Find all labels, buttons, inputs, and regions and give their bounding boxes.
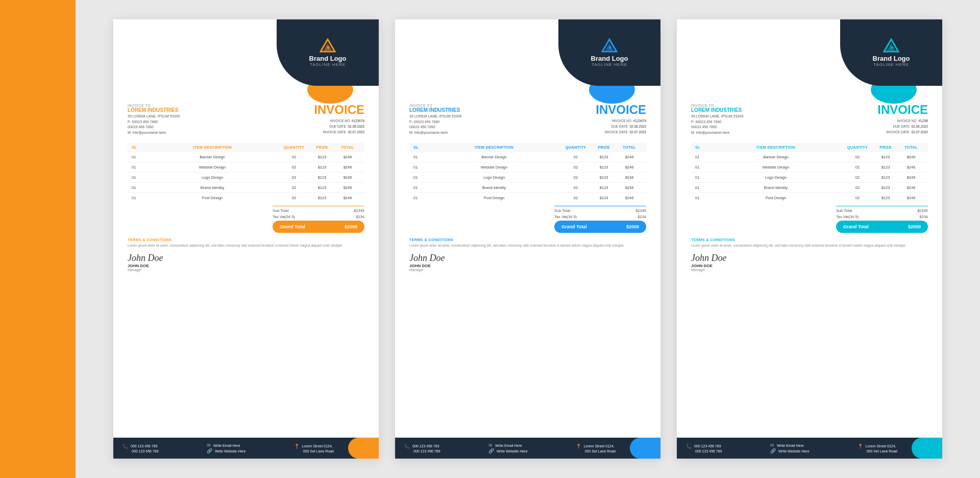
table-cell-1-3: $123 — [873, 165, 898, 170]
location-icon: 📍 — [576, 444, 581, 449]
totals-section: Sub Total$2345 Tax Vat(34.5)$234 Grand T… — [691, 206, 928, 233]
card-footer: 📞 000 123 456 789 000 123 456 789 ✉ Writ… — [113, 438, 379, 459]
footer-website-line: 🔗 Write Website Here — [770, 448, 809, 453]
grand-total-button[interactable]: Grand Total $2000 — [273, 221, 364, 233]
table-cell-1-1: Website Design — [709, 165, 842, 170]
grand-total-button[interactable]: Grand Total $2000 — [836, 221, 928, 233]
table-row: 01Website Design02$123$246 — [691, 162, 928, 173]
brand-logo-text: Brand Logo — [873, 55, 910, 63]
footer-address-1: 📍 Lorem Street 0124, — [576, 444, 616, 449]
table-cell-3-1: Brand Identity — [146, 185, 279, 190]
invoice-card-blue: ▼ Brand LogoTAGLINE HERE INVOICE TO LORE… — [395, 19, 660, 459]
table-row: 01Post Design02$123$246 — [691, 193, 928, 203]
table-cell-2-1: Logo Design — [146, 175, 279, 180]
phone-icon: 📞 — [404, 444, 410, 449]
invoice-meta: INVOICE NO #123678 DUE DATE 02.08.2023 I… — [314, 118, 364, 135]
table-cell-2-3: $123 — [873, 175, 898, 180]
footer-phone: 📞 000 123 456 789 000 123 456 789 — [404, 444, 440, 453]
phone-icon: 📞 — [122, 444, 128, 449]
signature-section: John Doe JOHN DOE Manager — [409, 253, 646, 272]
table-cell-2-4: $246 — [617, 175, 642, 180]
table-row: 01Banner Design02$123$246 — [691, 152, 928, 162]
table-cell-4-3: $123 — [591, 196, 617, 200]
table-row: 01Brand Identity02$123$246 — [409, 183, 646, 193]
table-cell-3-3: $123 — [309, 185, 335, 190]
brand-logo-icon: ▼ — [320, 38, 336, 53]
card-header: ▼ Brand LogoTAGLINE HERE — [395, 19, 660, 99]
phone-number-2: 000 123 456 789 — [132, 449, 159, 453]
table-row: 01Banner Design02$123$246 — [128, 152, 364, 162]
table-header-cell-1: ITEM DESCRIPTION — [428, 145, 560, 150]
grand-total-button[interactable]: Grand Total $2000 — [554, 221, 646, 233]
terms-label: TERMS & CONDITIONS — [409, 238, 646, 242]
table-header-cell-1: ITEM DESCRIPTION — [146, 145, 279, 150]
invoice-card-orange: ▼ Brand LogoTAGLINE HERE INVOICE TO LORE… — [113, 19, 379, 459]
table-row: 01Logo Design02$123$246 — [691, 173, 928, 183]
invoice-to-section: INVOICE TO LOREM INDUSTRIES 39 LOREM LAN… — [128, 104, 180, 135]
terms-text: Lorem ipsum dolor sit amet, consectetuer… — [409, 243, 646, 248]
table-row: 01Website Design02$123$246 — [128, 162, 364, 173]
table-header-cell-2: QUANTITY — [279, 145, 309, 150]
footer-address-text-2: 000 Set Lane Road — [303, 449, 334, 453]
table-cell-2-3: $123 — [591, 175, 617, 180]
footer-phone-1: 📞 000 123 456 789 — [122, 444, 159, 449]
invoice-title: INVOICE — [314, 104, 364, 116]
table-cell-3-0: 01 — [413, 185, 428, 190]
invoice-meta: INVOICE NO #123678 DUE DATE 02.08.2023 I… — [596, 118, 646, 135]
table-cell-3-3: $123 — [873, 185, 898, 190]
footer-address-2: 000 Set Lane Road — [576, 449, 616, 453]
table-cell-4-0: 01 — [132, 196, 146, 200]
table-cell-4-0: 01 — [695, 196, 709, 200]
brand-tagline: TAGLINE HERE — [873, 62, 909, 67]
grand-total-label: Grand Total — [561, 224, 587, 229]
terms-section: TERMS & CONDITIONS Lorem ipsum dolor sit… — [691, 238, 928, 248]
table-cell-1-2: 02 — [279, 165, 309, 170]
table-row: 01Post Design02$123$246 — [128, 193, 364, 203]
table-cell-3-2: 02 — [842, 185, 873, 190]
totals-divider — [273, 206, 364, 206]
grand-total-value: $2000 — [908, 224, 921, 229]
table-cell-2-4: $246 — [898, 175, 924, 180]
table-cell-4-2: 02 — [842, 196, 873, 200]
footer-phone-1: 📞 000 123 456 789 — [686, 444, 722, 449]
table-header: SLITEM DESCRIPTIONQUANTITYPRIZETOTAL — [691, 142, 928, 152]
brand-tagline: TAGLINE HERE — [310, 62, 346, 67]
footer-email-label: Write Email Here — [777, 444, 804, 447]
signature-cursive: John Doe — [409, 253, 646, 262]
totals-inner: Sub Total$2345 Tax Vat(34.5)$234 Grand T… — [554, 206, 646, 233]
totals-inner: Sub Total$2345 Tax Vat(34.5)$234 Grand T… — [273, 206, 364, 233]
brand-logo-text: Brand Logo — [309, 55, 347, 63]
table-cell-1-0: 01 — [413, 165, 428, 170]
table-cell-2-3: $123 — [309, 175, 335, 180]
table-cell-2-2: 02 — [842, 175, 873, 180]
table-cell-2-1: Logo Design — [428, 175, 560, 180]
invoice-card-teal: ▼ Brand LogoTAGLINE HERE INVOICE TO LORE… — [677, 19, 942, 459]
footer-address-1: 📍 Lorem Street 0124, — [294, 444, 334, 449]
signature-section: John Doe JOHN DOE Manager — [128, 253, 364, 272]
invoice-to-section: INVOICE TO LOREM INDUSTRIES 39 LOREM LAN… — [409, 104, 461, 135]
invoice-meta: INVOICE NO #123B DUE DATE 02.08.2023 INV… — [877, 118, 928, 135]
website-icon: 🔗 — [488, 448, 494, 453]
footer-address-2: 000 Set Lane Road — [294, 449, 334, 453]
invoice-to-label: INVOICE TO — [128, 104, 180, 107]
table-cell-1-3: $123 — [591, 165, 617, 170]
footer-address-1: 📍 Lorem Street 0124, — [857, 444, 897, 449]
table-cell-3-4: $246 — [898, 185, 924, 190]
card-header: ▼ Brand LogoTAGLINE HERE — [113, 19, 379, 99]
tax-line: Tax Vat(34.5)$234 — [836, 214, 928, 219]
table-header: SLITEM DESCRIPTIONQUANTITYPRIZETOTAL — [409, 142, 646, 152]
table-cell-3-3: $123 — [591, 185, 617, 190]
signature-name: JOHN DOE — [128, 264, 364, 268]
table-cell-0-1: Banner Design — [146, 155, 279, 159]
table-cell-0-4: $246 — [335, 155, 360, 159]
footer-website-label: Write Website Here — [778, 449, 809, 453]
table-header-cell-4: TOTAL — [617, 145, 642, 150]
card-footer: 📞 000 123 456 789 000 123 456 789 ✉ Writ… — [677, 438, 942, 459]
table-cell-2-0: 01 — [695, 175, 709, 180]
table-header-cell-4: TOTAL — [898, 145, 924, 150]
signature-cursive: John Doe — [128, 253, 364, 262]
brand-logo-icon: ▼ — [601, 38, 618, 53]
table-cell-2-0: 01 — [413, 175, 428, 180]
email-icon: ✉ — [207, 443, 211, 448]
table-cell-3-0: 01 — [695, 185, 709, 190]
